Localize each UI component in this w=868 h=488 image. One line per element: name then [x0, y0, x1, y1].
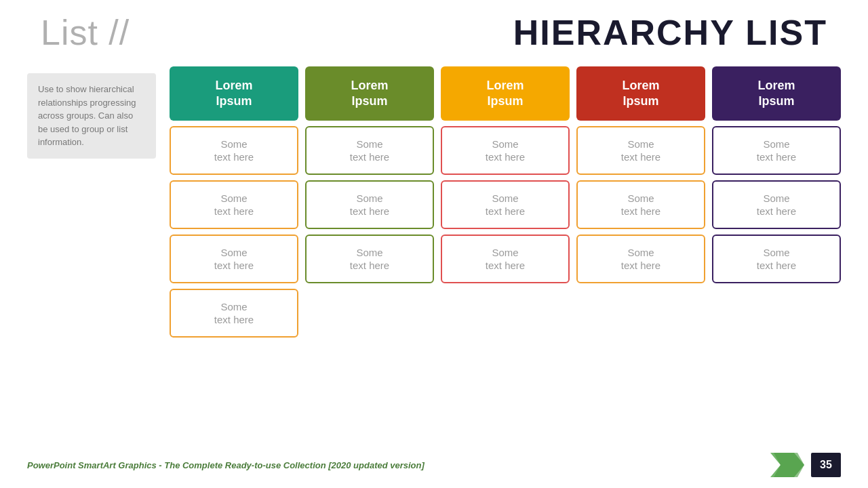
col1-item-2: Sometext here — [170, 180, 298, 229]
col4-item-1: Sometext here — [576, 126, 705, 175]
col4-item-3: Sometext here — [576, 235, 705, 283]
col2-item-1: Sometext here — [305, 126, 434, 175]
description-text: Use to show hierarchical relationships p… — [38, 84, 136, 147]
col1-item-3: Sometext here — [170, 235, 298, 283]
hierarchy-column-1: LoremIpsum Sometext here Sometext here S… — [170, 66, 298, 338]
col1-item-1: Sometext here — [170, 126, 298, 175]
page-number: 35 — [811, 453, 841, 477]
hierarchy-title: HIERARCHY LIST — [513, 12, 827, 53]
col4-item-2: Sometext here — [576, 180, 705, 229]
footer-text: PowerPoint SmartArt Graphics - The Compl… — [27, 460, 425, 470]
footer-highlighted-text: [2020 updated version] — [328, 460, 425, 470]
col5-item-3: Sometext here — [712, 235, 841, 283]
footer: PowerPoint SmartArt Graphics - The Compl… — [0, 453, 868, 477]
hierarchy-column-4: LoremIpsum Sometext here Sometext here S… — [576, 66, 705, 283]
arrow-icon — [770, 453, 804, 477]
col3-item-1: Sometext here — [441, 126, 570, 175]
page-header: List // HIERARCHY LIST — [0, 0, 868, 53]
columns-container: LoremIpsum Sometext here Sometext here S… — [170, 66, 841, 338]
hierarchy-column-5: LoremIpsum Sometext here Sometext here S… — [712, 66, 841, 283]
col1-header: LoremIpsum — [170, 66, 298, 121]
col5-item-1: Sometext here — [712, 126, 841, 175]
description-box: Use to show hierarchical relationships p… — [27, 73, 156, 159]
col2-header: LoremIpsum — [305, 66, 434, 121]
col3-item-2: Sometext here — [441, 180, 570, 229]
footer-right: 35 — [770, 453, 841, 477]
svg-marker-1 — [774, 453, 804, 477]
col2-item-2: Sometext here — [305, 180, 434, 229]
hierarchy-column-2: LoremIpsum Sometext here Sometext here S… — [305, 66, 434, 283]
list-title: List // — [41, 12, 130, 53]
col1-item-4: Sometext here — [170, 289, 298, 338]
col4-header: LoremIpsum — [576, 66, 705, 121]
col2-item-3: Sometext here — [305, 235, 434, 283]
col3-item-3: Sometext here — [441, 235, 570, 283]
footer-main-text: PowerPoint SmartArt Graphics - The Compl… — [27, 460, 328, 470]
hierarchy-column-3: LoremIpsum Sometext here Sometext here S… — [441, 66, 570, 283]
col5-item-2: Sometext here — [712, 180, 841, 229]
col5-header: LoremIpsum — [712, 66, 841, 121]
main-content: Use to show hierarchical relationships p… — [0, 53, 868, 344]
col3-header: LoremIpsum — [441, 66, 570, 121]
